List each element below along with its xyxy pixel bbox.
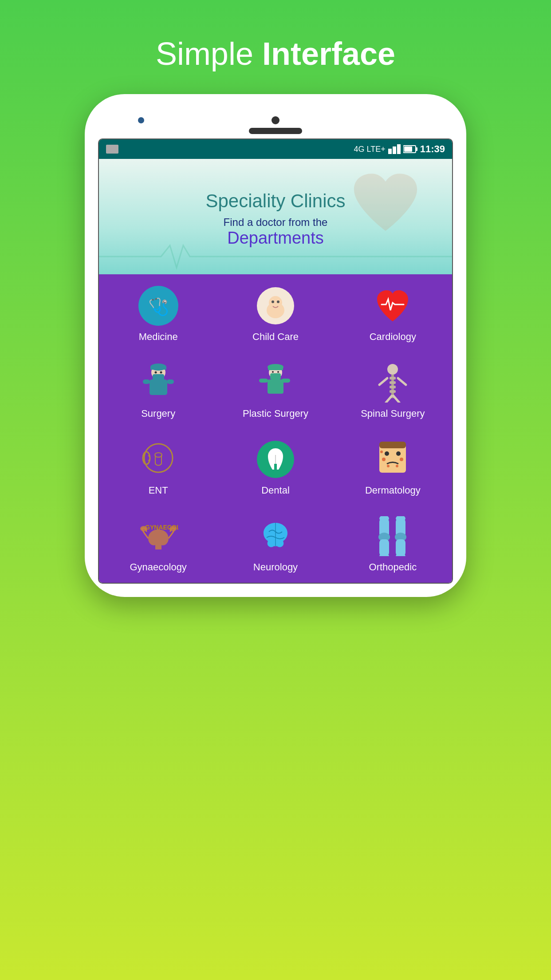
front-camera xyxy=(272,116,279,124)
banner-title: Speciality Clinics xyxy=(205,190,345,212)
svg-rect-28 xyxy=(259,379,268,383)
svg-point-21 xyxy=(160,371,162,374)
dermatology-icon xyxy=(373,439,413,479)
status-time: 11:39 xyxy=(420,143,445,155)
svg-point-31 xyxy=(387,364,398,375)
medicine-label: Medicine xyxy=(139,331,178,343)
status-bar: 4G LTE+ 11:39 xyxy=(99,139,452,159)
child-care-icon xyxy=(256,286,295,326)
svg-rect-15 xyxy=(153,374,164,381)
orthopedic-icon xyxy=(373,516,413,556)
svg-line-39 xyxy=(386,396,392,403)
svg-rect-4 xyxy=(416,147,417,151)
camera-left xyxy=(138,117,144,123)
medicine-icon: 🩺 xyxy=(138,286,178,326)
ent-icon xyxy=(138,439,178,479)
svg-rect-16 xyxy=(143,379,150,384)
page-header: Simple Interface xyxy=(156,36,395,72)
svg-rect-34 xyxy=(390,381,396,384)
svg-rect-35 xyxy=(390,386,396,388)
svg-point-12 xyxy=(277,300,279,303)
signal-icon xyxy=(388,144,401,154)
dept-surgery[interactable]: Surgery xyxy=(100,352,216,428)
svg-rect-17 xyxy=(167,379,174,384)
svg-rect-5 xyxy=(404,146,412,152)
neurology-label: Neurology xyxy=(253,561,298,573)
gynaecology-label: Gynaecology xyxy=(130,561,186,573)
ent-label: ENT xyxy=(149,485,168,496)
dept-medicine[interactable]: 🩺 Medicine xyxy=(100,276,216,351)
phone-frame: 4G LTE+ 11:39 xyxy=(85,94,466,597)
svg-text:🩺: 🩺 xyxy=(148,296,169,317)
cardiology-label: Cardiology xyxy=(370,331,416,343)
svg-point-43 xyxy=(155,453,162,457)
spinal-surgery-icon xyxy=(373,363,413,403)
battery-icon xyxy=(403,145,417,154)
dept-ent[interactable]: ENT xyxy=(100,429,216,505)
svg-marker-0 xyxy=(388,149,392,154)
speaker xyxy=(249,128,302,134)
dental-icon xyxy=(256,439,295,479)
svg-rect-54 xyxy=(379,442,406,448)
svg-point-53 xyxy=(380,450,383,453)
child-care-label: Child Care xyxy=(252,331,299,343)
svg-point-29 xyxy=(272,371,274,373)
svg-rect-23 xyxy=(268,379,283,394)
svg-rect-33 xyxy=(390,377,396,379)
svg-line-37 xyxy=(379,378,387,385)
svg-rect-25 xyxy=(268,367,283,370)
network-badge: 4G LTE+ xyxy=(354,145,386,154)
dental-label: Dental xyxy=(261,485,290,496)
dept-plastic-surgery[interactable]: Plastic Surgery xyxy=(217,352,333,428)
svg-point-41 xyxy=(144,444,173,472)
heart-decoration xyxy=(346,168,425,239)
cardiology-icon xyxy=(373,286,413,326)
banner-subtitle2: Departments xyxy=(227,229,324,248)
dept-neurology[interactable]: Neurology xyxy=(217,506,333,581)
dept-child-care[interactable]: Child Care xyxy=(217,276,333,351)
dept-cardiology[interactable]: Cardiology xyxy=(335,276,451,351)
departments-grid: 🩺 Medicine Child Care xyxy=(99,274,452,583)
page-title: Simple Interface xyxy=(156,36,395,72)
notification-icon xyxy=(106,145,118,154)
plastic-surgery-icon xyxy=(256,363,295,403)
svg-point-52 xyxy=(396,465,398,467)
svg-marker-2 xyxy=(397,144,401,154)
svg-point-48 xyxy=(396,451,401,456)
banner: Speciality Clinics Find a doctor from th… xyxy=(99,159,452,274)
neurology-icon xyxy=(256,516,295,556)
svg-marker-1 xyxy=(393,146,396,154)
svg-point-47 xyxy=(385,451,389,456)
svg-point-57 xyxy=(169,526,177,531)
svg-point-11 xyxy=(272,300,274,303)
svg-line-38 xyxy=(398,378,406,385)
svg-rect-36 xyxy=(390,390,396,393)
phone-screen: 4G LTE+ 11:39 xyxy=(98,138,453,584)
svg-point-50 xyxy=(400,458,403,461)
gynaecology-icon: GYNAECOLOGY xyxy=(138,516,178,556)
svg-point-30 xyxy=(277,371,279,373)
dept-gynaecology[interactable]: GYNAECOLOGY Gynaecology xyxy=(100,506,216,581)
dept-spinal-surgery[interactable]: Spinal Surgery xyxy=(335,352,451,428)
svg-rect-27 xyxy=(281,379,290,383)
svg-point-20 xyxy=(154,371,157,374)
status-right: 4G LTE+ 11:39 xyxy=(354,143,445,155)
surgery-icon xyxy=(138,363,178,403)
dept-dermatology[interactable]: Dermatology xyxy=(335,429,451,505)
svg-point-49 xyxy=(382,458,386,461)
orthopedic-label: Orthopedic xyxy=(369,561,417,573)
status-left xyxy=(106,145,118,154)
plastic-surgery-label: Plastic Surgery xyxy=(243,408,308,419)
svg-point-56 xyxy=(140,526,147,531)
spinal-surgery-label: Spinal Surgery xyxy=(361,408,425,419)
svg-rect-26 xyxy=(270,373,281,379)
svg-line-40 xyxy=(394,396,399,403)
dept-orthopedic[interactable]: Orthopedic xyxy=(335,506,451,581)
dermatology-label: Dermatology xyxy=(365,485,421,496)
dept-dental[interactable]: Dental xyxy=(217,429,333,505)
svg-rect-14 xyxy=(150,379,167,395)
banner-subtitle1: Find a doctor from the xyxy=(224,216,328,229)
surgery-label: Surgery xyxy=(141,408,175,419)
svg-point-51 xyxy=(387,465,390,467)
svg-rect-19 xyxy=(150,366,166,370)
